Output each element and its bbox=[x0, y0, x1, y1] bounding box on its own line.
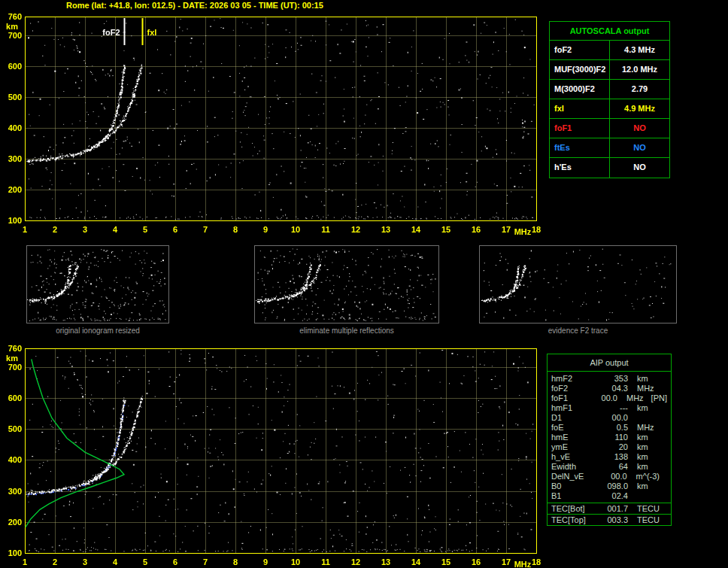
autoscala-table-rows: foF24.3 MHzMUF(3000)F212.0 MHzM(3000)F22… bbox=[550, 41, 669, 178]
thumbnail-original-canvas bbox=[27, 246, 168, 323]
autoscala-row-label: MUF(3000)F2 bbox=[550, 60, 610, 79]
aip-row-hmF1: hmF1---km bbox=[548, 403, 671, 413]
aip-tec-value: 003.3 bbox=[595, 515, 628, 525]
main-ionogram-canvas bbox=[0, 11, 544, 236]
aip-row-value: 0.5 bbox=[595, 423, 628, 433]
thumbnail-cleaned-canvas bbox=[255, 246, 438, 323]
autoscala-row-hEs: h'EsNO bbox=[550, 158, 669, 178]
aip-row-value: 00.0 bbox=[589, 393, 617, 403]
aip-row-unit: MHz bbox=[626, 393, 644, 403]
aip-row-unit: km bbox=[637, 374, 648, 384]
aip-tec-label: TEC[Bot] bbox=[551, 503, 595, 514]
aip-row-value: 00.0 bbox=[594, 472, 626, 481]
aip-row-B0: B0098.0km bbox=[548, 481, 671, 491]
aip-row-value: 353 bbox=[595, 374, 628, 384]
aip-row-label: ymE bbox=[551, 442, 595, 452]
aip-row-value: 00.0 bbox=[595, 413, 628, 423]
aip-tec-row-TECTop: TEC[Top]003.3TECU bbox=[548, 514, 671, 525]
aip-row-value: 64 bbox=[595, 462, 628, 472]
autoscala-row-foF1: foF1NO bbox=[550, 119, 669, 138]
autoscala-row-foF2: foF24.3 MHz bbox=[550, 41, 669, 60]
autoscala-output-table: AUTOSCALA output foF24.3 MHzMUF(3000)F21… bbox=[549, 21, 670, 178]
aip-row-unit: km bbox=[637, 442, 648, 452]
aip-tec-value: 001.7 bbox=[595, 503, 628, 514]
aip-row-value: 098.0 bbox=[595, 481, 628, 491]
aip-tec-unit: TECU bbox=[637, 503, 660, 514]
aip-row-extra: [PN] bbox=[651, 393, 667, 403]
aip-tec-rows: TEC[Bot]001.7TECUTEC[Top]003.3TECU bbox=[548, 503, 671, 525]
aip-row-label: hmF1 bbox=[551, 403, 595, 413]
autoscala-row-label: h'Es bbox=[550, 158, 610, 178]
aip-ionogram-canvas bbox=[0, 342, 544, 568]
aip-row-D1: D100.0 bbox=[548, 413, 671, 423]
aip-row-label: D1 bbox=[551, 413, 595, 423]
thumbnail-caption-original: original ionogram resized bbox=[26, 327, 169, 335]
aip-output-table: AIP output hmF2353kmfoF204.3MHzfoF100.0M… bbox=[547, 354, 672, 526]
autoscala-row-value: 4.3 MHz bbox=[610, 41, 669, 59]
autoscala-row-MUF3000F2: MUF(3000)F212.0 MHz bbox=[550, 60, 669, 80]
thumbnail-cleaned-ionogram bbox=[254, 245, 439, 323]
autoscala-row-ftEs: ftEsNO bbox=[550, 138, 669, 158]
aip-row-label: foF1 bbox=[551, 393, 589, 403]
thumbnail-f2-trace bbox=[479, 245, 677, 323]
aip-row-label: DelN_vE bbox=[551, 472, 594, 481]
autoscala-table-title: AUTOSCALA output bbox=[550, 22, 669, 41]
autoscala-row-value: NO bbox=[610, 158, 669, 178]
autoscala-row-value: 12.0 MHz bbox=[610, 60, 669, 79]
autoscala-row-label: fxI bbox=[550, 99, 610, 118]
autoscala-row-label: ftEs bbox=[550, 138, 610, 157]
autoscala-row-label: foF1 bbox=[550, 119, 610, 138]
aip-row-Ewidth: Ewidth64km bbox=[548, 462, 671, 472]
aip-row-value: --- bbox=[595, 403, 628, 413]
aip-row-hvE: h_vE138km bbox=[548, 452, 671, 462]
autoscala-row-value: 2.79 bbox=[610, 80, 669, 99]
aip-row-unit: MHz bbox=[637, 423, 654, 433]
aip-row-value: 20 bbox=[595, 442, 628, 452]
aip-row-label: hmE bbox=[551, 433, 595, 442]
aip-row-label: foE bbox=[551, 423, 595, 433]
aip-tec-unit: TECU bbox=[637, 515, 660, 525]
aip-table-rows: hmF2353kmfoF204.3MHzfoF100.0MHz[PN]hmF1-… bbox=[548, 372, 671, 503]
aip-row-value: 04.3 bbox=[595, 384, 628, 393]
autoscala-row-M3000F2: M(3000)F22.79 bbox=[550, 80, 669, 99]
aip-row-label: Ewidth bbox=[551, 462, 595, 472]
station-date-title: Rome (lat: +41.8, lon: 012.5) - DATE: 20… bbox=[66, 1, 323, 10]
aip-row-unit: km bbox=[637, 481, 648, 491]
aip-row-value: 138 bbox=[595, 452, 628, 462]
aip-row-label: B0 bbox=[551, 481, 595, 491]
autoscala-row-label: M(3000)F2 bbox=[550, 80, 610, 99]
aip-row-label: foF2 bbox=[551, 384, 595, 393]
autoscala-row-value: NO bbox=[610, 119, 669, 138]
aip-row-ymE: ymE20km bbox=[548, 442, 671, 452]
aip-row-unit: km bbox=[637, 433, 648, 442]
autoscala-row-value: NO bbox=[610, 138, 669, 157]
aip-row-hmE: hmE110km bbox=[548, 433, 671, 442]
aip-row-value: 110 bbox=[595, 433, 628, 442]
autoscala-row-fxI: fxI4.9 MHz bbox=[550, 99, 669, 119]
autoscala-row-value: 4.9 MHz bbox=[610, 99, 669, 118]
aip-tec-label: TEC[Top] bbox=[551, 515, 595, 525]
autoscala-row-label: foF2 bbox=[550, 41, 610, 59]
aip-row-DelNvE: DelN_vE00.0m^(-3) bbox=[548, 472, 671, 481]
thumbnail-original-ionogram bbox=[26, 245, 169, 323]
aip-row-B1: B102.4 bbox=[548, 491, 671, 501]
thumbnail-caption-f2-trace: evidence F2 trace bbox=[479, 327, 677, 335]
aip-row-unit: MHz bbox=[637, 384, 654, 393]
aip-row-unit: m^(-3) bbox=[636, 472, 660, 481]
aip-row-unit: km bbox=[637, 462, 648, 472]
aip-row-label: h_vE bbox=[551, 452, 595, 462]
aip-row-foF2: foF204.3MHz bbox=[548, 384, 671, 393]
thumbnail-f2-trace-canvas bbox=[480, 246, 676, 323]
aip-row-foE: foE0.5MHz bbox=[548, 423, 671, 433]
aip-tec-row-TECBot: TEC[Bot]001.7TECU bbox=[548, 503, 671, 514]
aip-row-label: hmF2 bbox=[551, 374, 595, 384]
aip-row-label: B1 bbox=[551, 491, 595, 501]
aip-row-value: 02.4 bbox=[595, 491, 628, 501]
aip-table-title: AIP output bbox=[548, 354, 671, 372]
aip-row-hmF2: hmF2353km bbox=[548, 374, 671, 384]
thumbnail-caption-cleaned: eliminate multiple reflections bbox=[254, 327, 439, 335]
aip-row-unit: km bbox=[637, 452, 648, 462]
aip-row-unit: km bbox=[637, 403, 648, 413]
autoscala-screen: Rome (lat: +41.8, lon: 012.5) - DATE: 20… bbox=[0, 0, 728, 568]
aip-row-foF1: foF100.0MHz[PN] bbox=[548, 393, 671, 403]
